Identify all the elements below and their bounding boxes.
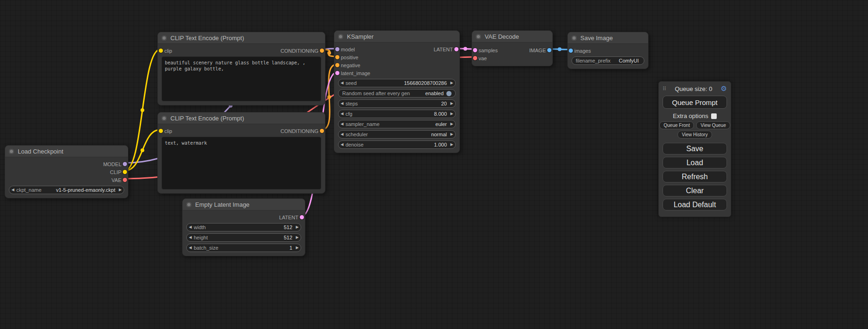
arrow-left-icon[interactable]: ◀ bbox=[339, 110, 346, 118]
arrow-left-icon[interactable]: ◀ bbox=[339, 79, 346, 87]
link-midpoint-clip-to-negative bbox=[141, 148, 144, 152]
queue-menu-panel[interactable]: ⠿ Queue size: 0 ⚙ Queue Prompt Extra opt… bbox=[658, 81, 731, 217]
arrow-right-icon[interactable]: ▶ bbox=[117, 186, 124, 194]
collapse-dot[interactable] bbox=[9, 149, 14, 154]
arrow-right-icon[interactable]: ▶ bbox=[294, 224, 301, 231]
widget-batch-size[interactable]: ◀ batch_size 1 ▶ bbox=[186, 244, 301, 252]
output-slot-vae[interactable] bbox=[123, 178, 127, 182]
node-empty-latent-image[interactable]: Empty Latent Image LATENT ◀ width 512 ▶ … bbox=[182, 198, 305, 256]
node-titlebar[interactable]: Load Checkpoint bbox=[5, 146, 128, 157]
node-titlebar[interactable]: CLIP Text Encode (Prompt) bbox=[158, 32, 325, 44]
history-mini-buttons: View History bbox=[659, 131, 731, 139]
arrow-left-icon[interactable]: ◀ bbox=[9, 186, 16, 194]
save-button[interactable]: Save bbox=[663, 143, 727, 154]
input-slot-vae[interactable] bbox=[473, 56, 477, 60]
collapse-dot[interactable] bbox=[186, 202, 191, 207]
queue-size-label: Queue size: 0 bbox=[666, 85, 720, 92]
output-slot-latent[interactable] bbox=[300, 215, 304, 219]
widget-scheduler[interactable]: ◀ scheduler normal ▶ bbox=[338, 130, 456, 139]
settings-gear-icon[interactable]: ⚙ bbox=[721, 84, 727, 93]
input-slot-latent-image[interactable] bbox=[335, 71, 339, 75]
widget-sampler-name[interactable]: ◀ sampler_name euler ▶ bbox=[338, 120, 456, 128]
load-default-button[interactable]: Load Default bbox=[663, 199, 727, 210]
collapse-dot[interactable] bbox=[162, 35, 167, 41]
arrow-left-icon[interactable]: ◀ bbox=[339, 141, 346, 148]
arrow-right-icon[interactable]: ▶ bbox=[448, 79, 455, 87]
arrow-left-icon[interactable]: ◀ bbox=[339, 100, 346, 107]
negative-prompt-textarea[interactable]: text, watermark bbox=[162, 137, 321, 189]
widget-steps[interactable]: ◀ steps 20 ▶ bbox=[338, 99, 456, 108]
output-label-conditioning: CONDITIONING bbox=[281, 48, 318, 54]
view-history-button[interactable]: View History bbox=[677, 131, 712, 139]
widget-ckpt-name[interactable]: ◀ ckpt_name v1-5-pruned-emaonly.ckpt ▶ bbox=[9, 186, 124, 194]
input-slot-clip[interactable] bbox=[159, 129, 163, 133]
input-slot-negative[interactable] bbox=[335, 63, 339, 67]
node-ksampler[interactable]: KSampler model LATENT positive bbox=[334, 30, 460, 153]
node-titlebar[interactable]: Save Image bbox=[568, 32, 648, 44]
collapse-dot[interactable] bbox=[476, 34, 481, 39]
collapse-dot[interactable] bbox=[572, 35, 577, 41]
arrow-right-icon[interactable]: ▶ bbox=[448, 141, 455, 148]
link-clip-to-positive bbox=[125, 49, 160, 171]
input-slot-positive[interactable] bbox=[335, 55, 339, 59]
refresh-button[interactable]: Refresh bbox=[663, 171, 727, 182]
view-queue-button[interactable]: View Queue bbox=[696, 121, 730, 129]
node-titlebar[interactable]: KSampler bbox=[334, 31, 459, 42]
node-titlebar[interactable]: VAE Decode bbox=[472, 31, 552, 42]
collapse-dot[interactable] bbox=[338, 34, 343, 39]
node-titlebar[interactable]: Empty Latent Image bbox=[183, 199, 305, 210]
input-label-positive: positive bbox=[341, 55, 358, 60]
arrow-left-icon[interactable]: ◀ bbox=[187, 234, 194, 241]
widget-width[interactable]: ◀ width 512 ▶ bbox=[186, 223, 301, 231]
widget-value: v1-5-pruned-emaonly.ckpt bbox=[56, 187, 115, 193]
output-slot-model[interactable] bbox=[123, 162, 127, 166]
graph-canvas[interactable]: Load Checkpoint MODEL CLIP VAE bbox=[0, 0, 868, 329]
widget-seed[interactable]: ◀ seed 156680208700286 ▶ bbox=[338, 79, 456, 87]
arrow-right-icon[interactable]: ▶ bbox=[294, 244, 301, 252]
arrow-left-icon[interactable]: ◀ bbox=[187, 224, 194, 231]
output-label-clip: CLIP bbox=[110, 169, 121, 175]
queue-prompt-button[interactable]: Queue Prompt bbox=[663, 96, 727, 109]
output-slot-conditioning[interactable] bbox=[320, 129, 324, 133]
input-slot-images[interactable] bbox=[569, 49, 573, 53]
widget-label: steps bbox=[346, 101, 440, 106]
extra-options-checkbox[interactable] bbox=[711, 113, 717, 119]
slot-row: samples IMAGE bbox=[472, 46, 552, 54]
collapse-dot[interactable] bbox=[162, 116, 167, 121]
widget-cfg[interactable]: ◀ cfg 8.000 ▶ bbox=[338, 110, 456, 118]
arrow-left-icon[interactable]: ◀ bbox=[339, 131, 346, 138]
node-clip-text-encode-negative[interactable]: CLIP Text Encode (Prompt) clip CONDITION… bbox=[157, 112, 325, 194]
arrow-right-icon[interactable]: ▶ bbox=[448, 110, 455, 118]
drag-handle-icon[interactable]: ⠿ bbox=[663, 86, 666, 92]
output-slot-conditioning[interactable] bbox=[320, 49, 324, 53]
node-titlebar[interactable]: CLIP Text Encode (Prompt) bbox=[158, 112, 325, 124]
widget-height[interactable]: ◀ height 512 ▶ bbox=[186, 233, 301, 242]
widget-denoise[interactable]: ◀ denoise 1.000 ▶ bbox=[338, 140, 456, 149]
widget-random-seed[interactable]: Random seed after every gen enabled bbox=[338, 89, 456, 98]
positive-prompt-textarea[interactable]: beautiful scenery nature glass bottle la… bbox=[162, 56, 321, 101]
input-slot-clip[interactable] bbox=[159, 49, 163, 53]
arrow-right-icon[interactable]: ▶ bbox=[294, 234, 301, 241]
arrow-right-icon[interactable]: ▶ bbox=[448, 131, 455, 138]
node-vae-decode[interactable]: VAE Decode samples IMAGE vae bbox=[472, 30, 553, 66]
output-slot-clip[interactable] bbox=[123, 170, 127, 174]
node-load-checkpoint[interactable]: Load Checkpoint MODEL CLIP VAE bbox=[5, 145, 128, 198]
input-slot-samples[interactable] bbox=[473, 48, 477, 52]
arrow-right-icon[interactable]: ▶ bbox=[448, 120, 455, 128]
node-title: Load Checkpoint bbox=[18, 148, 64, 155]
input-slot-model[interactable] bbox=[335, 47, 339, 51]
toggle-dot[interactable] bbox=[446, 91, 452, 96]
link-midpoint-samples bbox=[464, 47, 467, 51]
queue-front-button[interactable]: Queue Front bbox=[659, 121, 694, 129]
widget-filename-prefix[interactable]: filename_prefix ComfyUI bbox=[572, 56, 644, 65]
slot-row: model LATENT bbox=[334, 45, 459, 53]
node-save-image[interactable]: Save Image images filename_prefix ComfyU… bbox=[567, 32, 649, 69]
arrow-right-icon[interactable]: ▶ bbox=[448, 100, 455, 107]
output-slot-latent[interactable] bbox=[454, 47, 459, 51]
arrow-left-icon[interactable]: ◀ bbox=[339, 120, 346, 128]
load-button[interactable]: Load bbox=[663, 157, 727, 168]
node-clip-text-encode-positive[interactable]: CLIP Text Encode (Prompt) clip CONDITION… bbox=[157, 32, 325, 105]
arrow-left-icon[interactable]: ◀ bbox=[187, 244, 194, 252]
output-slot-image[interactable] bbox=[547, 48, 551, 52]
clear-button[interactable]: Clear bbox=[663, 185, 727, 196]
